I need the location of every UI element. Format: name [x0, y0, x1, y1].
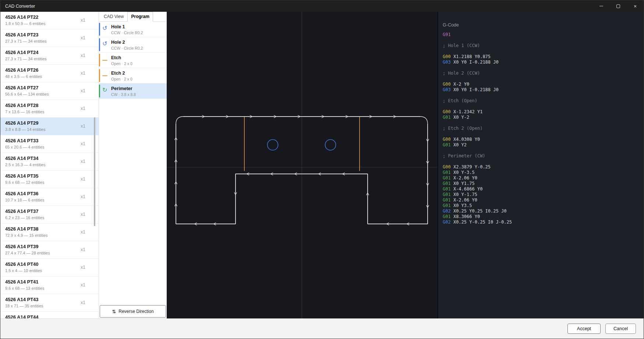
part-name: 4526 A14 PT39	[5, 244, 77, 249]
minimize-button[interactable]	[593, 0, 610, 12]
part-list-item[interactable]: 4526 A14 PT376.2 x 23 — 16 entitiesx1	[0, 206, 99, 224]
operation-subtitle: CCW · Circle R0.2	[111, 31, 164, 35]
main-content: 4526 A14 PT221.8 x 50.9 — 6 entitiesx145…	[0, 12, 644, 318]
part-list-item[interactable]: 4526 A14 PT221.8 x 50.9 — 6 entitiesx1	[0, 12, 99, 29]
gcode-line: ; Perimeter (CW)	[443, 153, 640, 159]
gcode-line: G01 X-2.06 Y0	[443, 197, 640, 203]
operation-item[interactable]: ↺Hole 2CCW · Circle R0.2	[99, 37, 167, 53]
part-details: 2.5 x 16.3 — 4 entities	[5, 163, 77, 167]
tab-cad-view[interactable]: CAD View	[100, 12, 127, 22]
gcode-line	[443, 38, 640, 43]
part-name: 4526 A14 PT23	[5, 32, 77, 38]
part-list-item[interactable]: 4526 A14 PT44x1	[0, 312, 99, 318]
part-details: 18 x 71 — 35 entities	[5, 304, 77, 308]
part-list-item[interactable]: 4526 A14 PT4318 x 71 — 35 entitiesx1	[0, 294, 99, 312]
operation-subtitle: CCW · Circle R0.2	[111, 46, 164, 50]
part-name: 4526 A14 PT44	[5, 314, 77, 318]
part-list-item[interactable]: 4526 A14 PT359.6 x 68 — 12 entitiesx1	[0, 171, 99, 188]
window-title: CAD Converter	[0, 4, 35, 9]
part-list-item[interactable]: 4526 A14 PT3927.4 x 77.4 — 28 entitiesx1	[0, 241, 99, 259]
part-quantity: x1	[81, 159, 85, 164]
gcode-line: G03 X0 Y0 I-0.2188 J0	[443, 60, 640, 65]
part-details: 6.2 x 23 — 16 entities	[5, 215, 77, 220]
part-name: 4526 A14 PT27	[5, 85, 77, 90]
titlebar[interactable]: CAD Converter ×	[0, 0, 644, 12]
part-list-item[interactable]: 4526 A14 PT401.5 x 4 — 10 entitiesx1	[0, 259, 99, 276]
part-list-item[interactable]: 4526 A14 PT3872.9 x 4.9 — 15 entitiesx1	[0, 224, 99, 241]
part-quantity: x1	[81, 265, 85, 270]
operation-title: Perimeter	[111, 86, 164, 91]
part-details: 10.7 x 18 — 6 entities	[5, 198, 77, 202]
part-quantity: x1	[81, 176, 85, 182]
part-quantity: x1	[81, 71, 85, 76]
part-list-item[interactable]: 4526 A14 PT3365 x 20.6 — 4 entitiesx1	[0, 135, 99, 153]
reverse-direction-button[interactable]: ⇅ Reverse Direction	[100, 305, 166, 318]
operation-item[interactable]: ↻PerimeterCW · 3.8 x 8.8	[99, 83, 167, 99]
gcode-line: G00 X2.3879 Y-0.25	[443, 164, 640, 170]
part-name: 4526 A14 PT28	[5, 103, 77, 108]
operation-accent	[99, 54, 100, 67]
gcode-line: ; Hole 1 (CCW)	[443, 43, 640, 49]
part-quantity: x1	[81, 247, 85, 252]
etch-line-icon	[102, 60, 107, 61]
part-name: 4526 A14 PT29	[5, 120, 77, 126]
close-button[interactable]: ×	[627, 0, 644, 12]
part-list-item[interactable]: 4526 A14 PT3610.7 x 18 — 6 entitiesx1	[0, 188, 99, 206]
operation-title: Hole 1	[111, 24, 164, 29]
gcode-lines: G91; Hole 1 (CCW)G00 X1.2188 Y0.875G03 X…	[443, 32, 640, 225]
part-details: 65 x 20.6 — 4 entities	[5, 145, 77, 149]
gcode-line: G01 X0 Y-1.75	[443, 192, 640, 197]
cad-canvas-svg[interactable]	[167, 12, 437, 318]
cad-canvas[interactable]	[167, 12, 437, 318]
operation-item[interactable]: Etch 2Open · 2 x 0	[99, 68, 167, 83]
ccw-arrow-icon: ↺	[102, 25, 107, 31]
part-list-item[interactable]: 4526 A14 PT342.5 x 16.3 — 4 entitiesx1	[0, 153, 99, 171]
ccw-arrow-icon: ↺	[102, 41, 107, 47]
maximize-button[interactable]	[610, 0, 627, 12]
cancel-button[interactable]: Cancel	[605, 324, 636, 334]
gcode-panel: G-Code G91; Hole 1 (CCW)G00 X1.2188 Y0.8…	[438, 12, 644, 318]
tab-program[interactable]: Program	[127, 12, 153, 22]
gcode-line	[443, 76, 640, 82]
operation-title: Etch 2	[111, 71, 164, 76]
reverse-direction-label: Reverse Direction	[118, 309, 153, 314]
gcode-line	[443, 93, 640, 98]
part-quantity: x1	[81, 194, 85, 199]
gcode-line: G00 X4.0308 Y0	[443, 137, 640, 142]
cw-arrow-icon: ↻	[102, 87, 107, 93]
gcode-line: G01 X0 Y1.75	[443, 181, 640, 186]
part-list-item[interactable]: 4526 A14 PT2648 x 3.5 — 6 entitiesx1	[0, 65, 99, 82]
operation-item[interactable]: ↺Hole 1CCW · Circle R0.2	[99, 22, 167, 37]
part-details: 48 x 3.5 — 6 entities	[5, 74, 77, 79]
gcode-line: G01 X-2.06 Y0	[443, 175, 640, 181]
part-details: 56.6 x 64 — 134 entities	[5, 92, 77, 96]
sidebar-scrollbar-thumb[interactable]	[94, 117, 95, 226]
cad-converter-window: CAD Converter × 4526 A14 PT221.8 x 50.9 …	[0, 0, 644, 339]
operation-accent	[99, 69, 100, 82]
gcode-line	[443, 104, 640, 109]
part-quantity: x1	[81, 229, 85, 235]
reverse-direction-icon: ⇅	[112, 309, 116, 314]
part-list-item[interactable]: 4526 A14 PT2327.3 x 71 — 34 entitiesx1	[0, 29, 99, 47]
part-list-item[interactable]: 4526 A14 PT2756.6 x 64 — 134 entitiesx1	[0, 82, 99, 100]
part-list-item[interactable]: 4526 A14 PT419.6 x 68 — 13 entitiesx1	[0, 276, 99, 294]
part-name: 4526 A14 PT35	[5, 173, 77, 179]
part-quantity: x1	[81, 141, 85, 146]
parts-sidebar: 4526 A14 PT221.8 x 50.9 — 6 entitiesx145…	[0, 12, 99, 318]
part-list-item[interactable]: 4526 A14 PT293.8 x 8.8 — 14 entitiesx1	[0, 118, 99, 135]
operation-title: Hole 2	[111, 40, 164, 45]
tabstrip: CAD ViewProgram	[99, 12, 167, 22]
part-details: 72.9 x 4.9 — 15 entities	[5, 233, 77, 238]
operation-subtitle: Open · 2 x 0	[111, 61, 164, 66]
gcode-line	[443, 120, 640, 126]
part-list-item[interactable]: 4526 A14 PT287 x 13.6 — 16 entitiesx1	[0, 100, 99, 118]
gcode-line: ; Etch (Open)	[443, 98, 640, 104]
part-list-item[interactable]: 4526 A14 PT2427.3 x 71 — 34 entitiesx1	[0, 47, 99, 65]
gcode-line: G02 X0.25 Y0.25 I0.25 J0	[443, 208, 640, 214]
accept-button[interactable]: Accept	[567, 324, 601, 334]
gcode-line: G03 X0 Y0 I-0.2188 J0	[443, 87, 640, 93]
hole-circle	[268, 140, 278, 150]
gcode-line: G02 X0.25 Y-0.25 I0 J-0.25	[443, 220, 640, 225]
gcode-line	[443, 131, 640, 137]
operation-item[interactable]: EtchOpen · 2 x 0	[99, 53, 167, 68]
